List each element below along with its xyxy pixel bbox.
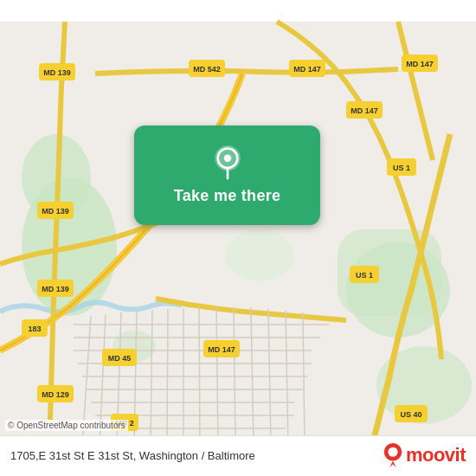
svg-text:MD 139: MD 139 [43, 68, 71, 77]
map-background: MD 139 MD 139 MD 139 183 MD 45 MD 129 MD… [0, 0, 476, 476]
svg-text:US 1: US 1 [356, 271, 373, 280]
moovit-brand-text: moovit [406, 444, 466, 466]
svg-text:MD 147: MD 147 [208, 345, 235, 354]
svg-text:MD 542: MD 542 [193, 65, 221, 74]
location-pin-icon [210, 145, 245, 180]
bottom-info-bar: 1705,E 31st St E 31st St, Washington / B… [0, 435, 476, 476]
svg-text:MD 147: MD 147 [351, 106, 378, 115]
svg-point-66 [223, 154, 231, 162]
svg-line-25 [199, 307, 200, 446]
svg-text:US 40: US 40 [400, 410, 421, 419]
svg-text:MD 147: MD 147 [406, 60, 434, 68]
svg-text:MD 129: MD 129 [42, 390, 69, 399]
map-attribution: © OpenStreetMap contributors [5, 420, 128, 431]
address-label: 1705,E 31st St E 31st St, Washington / B… [10, 449, 383, 462]
svg-text:MD 139: MD 139 [42, 207, 69, 215]
moovit-pin-icon [383, 443, 402, 467]
take-me-there-label: Take me there [174, 187, 281, 205]
svg-text:183: 183 [28, 325, 41, 333]
take-me-there-button[interactable]: Take me there [134, 125, 320, 225]
svg-text:MD 147: MD 147 [293, 65, 321, 74]
moovit-logo: moovit [383, 443, 466, 467]
svg-line-23 [167, 309, 168, 446]
svg-point-68 [388, 447, 397, 457]
svg-point-6 [225, 229, 294, 281]
map-container: MD 139 MD 139 MD 139 183 MD 45 MD 129 MD… [0, 0, 476, 476]
svg-text:MD 45: MD 45 [108, 354, 132, 363]
svg-text:US 1: US 1 [393, 164, 410, 172]
svg-text:MD 139: MD 139 [42, 285, 69, 293]
